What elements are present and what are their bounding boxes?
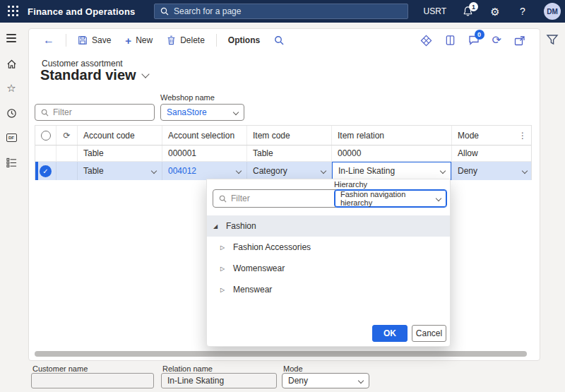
row-select-cell[interactable] <box>35 145 56 161</box>
messages-badge: 0 <box>475 30 484 40</box>
task-guide-book-icon[interactable] <box>445 35 456 46</box>
toolbar-divider <box>216 34 217 47</box>
tree-item-womenswear[interactable]: ▷ Womenswear <box>207 258 450 279</box>
chevron-down-icon <box>236 168 242 174</box>
delete-button[interactable]: Delete <box>161 32 210 48</box>
ok-button[interactable]: OK <box>372 325 408 342</box>
toolbar-right-icons: 0 ⟳ <box>420 35 531 47</box>
back-button[interactable]: ← <box>37 32 60 49</box>
horizontal-scrollbar[interactable] <box>35 351 527 357</box>
column-header-account-code[interactable]: Account code <box>78 126 162 145</box>
cell-item-relation[interactable]: 00000 <box>332 145 452 161</box>
item-relation-combobox[interactable]: In-Line Skating <box>332 162 451 180</box>
left-navigation-rail: ☆ DF <box>0 23 23 392</box>
customer-name-field[interactable] <box>31 373 154 388</box>
search-icon <box>160 7 169 16</box>
cancel-button[interactable]: Cancel <box>412 325 446 342</box>
cell-account-selection[interactable]: 000001 <box>162 145 247 161</box>
tree-item-fashion[interactable]: ◢ Fashion <box>207 215 450 237</box>
relation-name-field[interactable] <box>161 373 277 388</box>
plus-icon: + <box>125 35 131 46</box>
column-header-mode[interactable]: Mode <box>458 131 479 141</box>
refresh-icon[interactable]: ⟳ <box>492 35 501 46</box>
cell-item-code-dropdown[interactable]: Category <box>247 162 332 180</box>
options-menu-button[interactable]: Options <box>222 32 266 48</box>
grid-filter-input[interactable] <box>53 107 148 117</box>
hierarchy-label: Hierarchy <box>334 180 367 189</box>
webshop-name-select[interactable]: SanaStore <box>160 104 244 121</box>
grid-more-options-icon[interactable]: ⋮ <box>518 131 527 141</box>
trash-icon <box>167 35 176 45</box>
cell-mode[interactable]: Allow <box>452 145 533 161</box>
grid-row-1[interactable]: Table 000001 Table 00000 Allow <box>35 145 531 162</box>
cell-account-code-dropdown[interactable]: Table <box>78 162 162 180</box>
tree-item-fashion-accessories[interactable]: ▷ Fashion Accessories <box>207 237 450 258</box>
back-arrow-icon: ← <box>43 35 54 46</box>
workspaces-df-icon[interactable]: DF <box>6 132 17 143</box>
webshop-name-value: SanaStore <box>167 107 207 117</box>
hamburger-menu-icon[interactable] <box>6 32 17 44</box>
settings-gear-icon[interactable]: ⚙ <box>489 5 501 18</box>
tree-collapsed-icon[interactable]: ▷ <box>220 287 233 293</box>
chevron-down-icon <box>321 168 326 174</box>
help-icon[interactable]: ? <box>516 5 529 18</box>
filter-funnel-icon[interactable] <box>545 32 559 47</box>
mode-label: Mode <box>283 364 303 373</box>
grid-refresh-icon[interactable]: ⟳ <box>56 126 78 145</box>
messages-icon[interactable]: 0 <box>468 35 480 46</box>
webshop-name-label: Webshop name <box>160 93 215 102</box>
open-in-new-window-icon[interactable] <box>514 35 525 46</box>
environment-button[interactable]: USRT <box>424 6 446 16</box>
modules-list-icon[interactable] <box>6 157 17 168</box>
recent-clock-icon[interactable] <box>6 107 17 119</box>
hierarchy-value: Fashion navigation hierarchy <box>340 190 436 207</box>
toolbar-search-icon[interactable] <box>268 32 290 48</box>
top-navigation-bar: Finance and Operations USRT 1 ⚙ ? DM <box>0 0 565 23</box>
global-search-input[interactable] <box>174 6 402 16</box>
chevron-down-icon <box>440 168 446 174</box>
cell-mode-dropdown[interactable]: Deny <box>452 162 533 180</box>
mode-select[interactable]: Deny <box>282 373 369 388</box>
grid-row-2-selected[interactable]: ✓ Table 004012 Category In-Line S <box>35 162 531 180</box>
global-search-box[interactable] <box>154 4 408 19</box>
chevron-down-icon <box>522 168 528 174</box>
chevron-down-icon <box>151 168 157 174</box>
user-avatar[interactable]: DM <box>544 3 561 20</box>
select-all-checkbox[interactable] <box>41 131 51 141</box>
cell-item-code[interactable]: Table <box>247 145 332 161</box>
column-header-item-relation[interactable]: Item relation <box>332 126 452 145</box>
hierarchy-select[interactable]: Fashion navigation hierarchy <box>334 189 447 208</box>
row-selected-check-icon[interactable]: ✓ <box>40 165 52 177</box>
mode-value: Deny <box>288 376 308 386</box>
tree-item-menswear[interactable]: ▷ Menswear <box>207 279 450 300</box>
action-pane-toolbar: ← Save + New Delete Options <box>29 29 540 52</box>
grid-filter-box[interactable] <box>35 104 155 121</box>
app-launcher-waffle-icon[interactable] <box>8 6 19 17</box>
cell-account-selection-dropdown[interactable]: 004012 <box>162 162 247 180</box>
save-floppy-icon <box>78 35 88 45</box>
category-picker-flyout: Hierarchy Fashion navigation hierarchy ◢… <box>206 179 451 347</box>
favorites-star-icon[interactable]: ☆ <box>6 83 17 94</box>
apps-diamond-icon[interactable] <box>420 35 432 47</box>
new-button[interactable]: + New <box>119 32 158 49</box>
tree-collapsed-icon[interactable]: ▷ <box>220 244 233 251</box>
notifications-badge: 1 <box>469 2 478 11</box>
save-button[interactable]: Save <box>72 32 117 48</box>
view-title-dropdown[interactable]: Standard view <box>40 67 148 83</box>
cell-account-code[interactable]: Table <box>78 145 162 161</box>
screen: Finance and Operations USRT 1 ⚙ ? DM ☆ <box>0 0 565 392</box>
tree-collapsed-icon[interactable]: ▷ <box>220 266 233 272</box>
home-icon[interactable] <box>6 58 17 69</box>
relation-name-label: Relation name <box>162 364 213 373</box>
chevron-down-icon <box>358 378 364 384</box>
app-title: Finance and Operations <box>28 6 136 17</box>
column-header-account-selection[interactable]: Account selection <box>162 126 247 145</box>
notifications-bell-icon[interactable]: 1 <box>461 5 474 18</box>
new-label: New <box>136 35 153 45</box>
search-icon <box>219 195 227 203</box>
topbar-actions: USRT 1 ⚙ ? DM <box>424 0 561 23</box>
flyout-actions: OK Cancel <box>207 325 450 342</box>
tree-expanded-icon[interactable]: ◢ <box>213 223 226 230</box>
column-header-item-code[interactable]: Item code <box>247 126 332 145</box>
toolbar-divider <box>66 34 66 47</box>
